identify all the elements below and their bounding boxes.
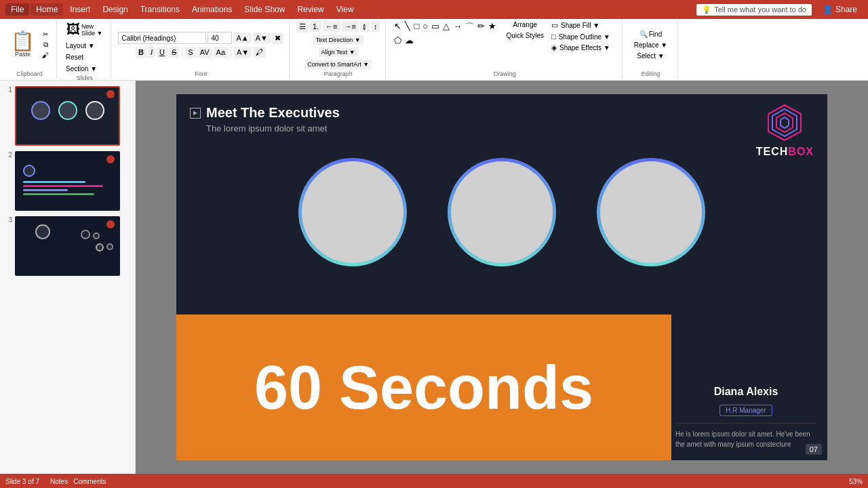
copy-button[interactable]: ⧉ [40, 40, 51, 49]
paste-button[interactable]: 📋 Paste [8, 30, 37, 59]
rrect-tool[interactable]: ▭ [430, 20, 441, 34]
align-text-button[interactable]: Align Text ▼ [319, 47, 358, 57]
svg-marker-0 [768, 105, 801, 140]
shape-effects-button[interactable]: ◈ Shape Effects ▼ [549, 43, 616, 53]
logo-area: TECHBOX [756, 102, 814, 158]
increase-font-button[interactable]: A▲ [233, 33, 251, 43]
underline-button[interactable]: U [157, 47, 167, 58]
design-tab[interactable]: Design [97, 3, 133, 16]
fontcolor-button[interactable]: A▼ [234, 47, 252, 58]
exec-slot-1[interactable] [298, 158, 407, 266]
divider1 [182, 47, 182, 58]
svg-marker-2 [776, 113, 793, 132]
layout-button[interactable]: Layout ▼ [64, 41, 97, 50]
new-slide-icon: 🖼 [66, 22, 80, 37]
comments-button[interactable]: Comments [73, 478, 106, 485]
shape-fill-button[interactable]: ▭ Shape Fill ▼ [549, 20, 616, 30]
bold-button[interactable]: B [136, 47, 146, 58]
select-button[interactable]: Select ▼ [635, 52, 666, 60]
font-family-input[interactable] [118, 32, 206, 44]
clear-format-button[interactable]: ✖ [272, 33, 283, 44]
text-direction-button[interactable]: Text Direction ▼ [313, 35, 363, 45]
slide-thumb-1[interactable]: 1 [3, 86, 132, 146]
linespacing-button[interactable]: ↕ [371, 21, 380, 32]
tell-me-box[interactable]: 💡 Tell me what you want to do [696, 4, 812, 16]
tell-me-text: Tell me what you want to do [714, 5, 806, 14]
view-tab[interactable]: View [331, 3, 359, 16]
highlight-button[interactable]: 🖍 [253, 47, 266, 58]
new-slide-button[interactable]: 🖼 New Slide ▼ [64, 20, 105, 39]
person-badge: H.R Manager [719, 405, 772, 416]
slide-img-3[interactable] [15, 216, 120, 276]
slide-img-2[interactable] [15, 151, 120, 211]
slide-subtitle: The lorem ipsum dolor sit amet [190, 123, 814, 134]
review-tab[interactable]: Review [292, 3, 329, 16]
columns-button[interactable]: ⫿ [360, 21, 370, 32]
pentagon-tool[interactable]: ⬠ [393, 35, 403, 46]
arrow-tool[interactable]: → [452, 20, 463, 34]
curve-tool[interactable]: ⌒ [464, 20, 475, 34]
italic-button[interactable]: I [148, 47, 155, 58]
drawing-group: ↖ ╲ □ ○ ▭ △ → ⌒ ✏ ★ ⬠ ☁ Arrange Quick St… [387, 20, 623, 79]
charspacing-button[interactable]: AV [197, 47, 212, 58]
cloud-tool[interactable]: ☁ [403, 35, 415, 46]
rect-tool[interactable]: □ [412, 20, 420, 34]
replace-button[interactable]: Replace ▼ [632, 41, 669, 49]
ribbon: 📋 Paste ✂ ⧉ 🖌 Clipboard 🖼 New Slide ▼ [0, 19, 868, 81]
timer-text: 60 Seconds [254, 357, 593, 418]
paragraph-group: ☰ 1. ←≡ →≡ ⫿ ↕ Text Direction ▼ Align Te… [291, 20, 387, 79]
freeform-tool[interactable]: ✏ [476, 20, 486, 34]
arrange-button[interactable]: Arrange [504, 20, 546, 29]
slide-thumb-2[interactable]: 2 [3, 151, 132, 211]
convert-smartart-button[interactable]: Convert to SmartArt ▼ [304, 60, 372, 69]
shape-effects-label: Shape Effects ▼ [559, 44, 610, 52]
bullets-button[interactable]: ☰ [296, 21, 309, 33]
layout-label: Layout ▼ [66, 42, 95, 49]
find-button[interactable]: 🔍 Find [637, 30, 664, 39]
reset-button[interactable]: Reset [64, 53, 85, 62]
logo-text: TECHBOX [756, 146, 814, 158]
circle-tool[interactable]: ○ [421, 20, 429, 34]
cut-button[interactable]: ✂ [40, 30, 51, 39]
animations-tab[interactable]: Animations [186, 3, 237, 16]
slide-num-3: 3 [3, 216, 12, 224]
play-button[interactable]: ▶ [190, 108, 201, 119]
insert-tab[interactable]: Insert [64, 3, 96, 16]
menu-right: 💡 Tell me what you want to do 👤 Share [696, 3, 863, 16]
file-menu[interactable]: File [5, 3, 29, 16]
shape-outline-button[interactable]: □ Shape Outline ▼ [549, 32, 616, 41]
numbering-button[interactable]: 1. [310, 21, 321, 32]
slide-img-1[interactable] [15, 86, 120, 146]
triangle-tool[interactable]: △ [441, 20, 451, 34]
menu-bar: File Home Insert Design Transitions Anim… [0, 0, 868, 19]
home-tab[interactable]: Home [31, 3, 63, 16]
increase-indent-button[interactable]: →≡ [342, 21, 359, 32]
person-card: Diana Alexis H.R Manager He is lorem ips… [665, 375, 827, 460]
format-painter-button[interactable]: 🖌 [40, 51, 51, 60]
quick-styles-button[interactable]: Quick Styles [504, 31, 546, 40]
format-painter-icon: 🖌 [42, 52, 49, 59]
strikethrough-button[interactable]: S [169, 47, 179, 58]
outline-icon: □ [551, 33, 556, 41]
select-tool[interactable]: ↖ [393, 20, 403, 34]
font-label: Font [195, 69, 207, 79]
decrease-indent-button[interactable]: ←≡ [323, 21, 340, 32]
transitions-tab[interactable]: Transitions [135, 3, 185, 16]
person-icon: 👤 [823, 5, 833, 14]
share-button[interactable]: 👤 Share [817, 3, 863, 16]
slide-background: ▶ Meet The Executives The lorem ipsum do… [176, 94, 827, 460]
fontcase-button[interactable]: Aa [214, 47, 228, 58]
section-button[interactable]: Section ▼ [64, 64, 99, 73]
exec-slot-2[interactable] [448, 158, 556, 266]
font-size-input[interactable] [208, 32, 232, 44]
shadow-button[interactable]: S [185, 47, 195, 58]
slideshow-tab[interactable]: Slide Show [239, 3, 290, 16]
notes-button[interactable]: Notes [50, 478, 68, 485]
line-tool[interactable]: ╲ [403, 20, 412, 34]
exec-slot-3[interactable] [597, 158, 705, 266]
effects-icon: ◈ [551, 43, 557, 52]
slide-thumb-3[interactable]: 3 [3, 216, 132, 276]
star-tool[interactable]: ★ [487, 20, 498, 34]
decrease-font-button[interactable]: A▼ [253, 33, 271, 43]
slide-canvas[interactable]: ▶ Meet The Executives The lorem ipsum do… [176, 94, 827, 460]
